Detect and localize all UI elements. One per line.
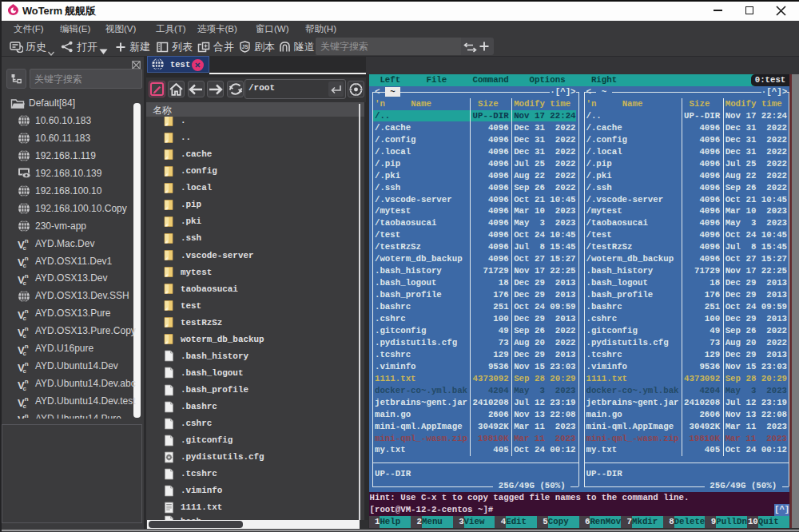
svg-text:JS: JS	[242, 44, 249, 50]
